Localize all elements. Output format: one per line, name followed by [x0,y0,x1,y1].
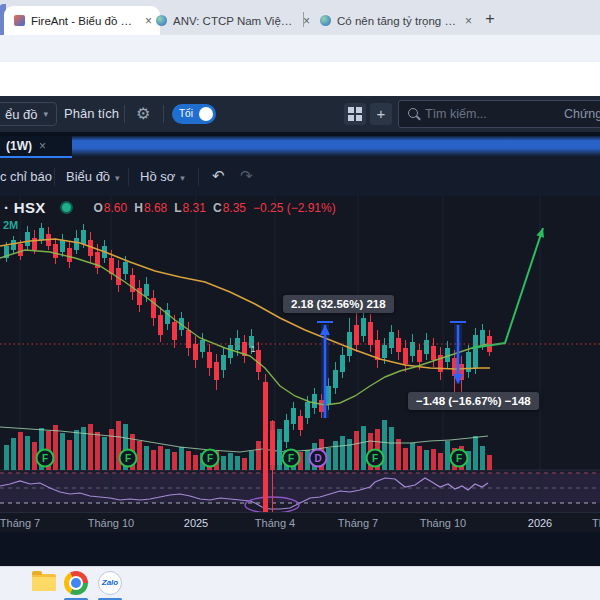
tab-favicon [156,15,167,26]
chart-tab-strip: (1W) × [0,136,600,158]
volume-value-label: 2M [3,219,18,231]
profile-menu[interactable]: Hồ sơ▾ [140,169,185,184]
browser-tab-3[interactable]: Có nên tăng tỷ trọng DGC, DP× [310,6,480,35]
price-chart-svg[interactable]: FFFFDFF1 [0,196,600,512]
toolbar-divider [124,105,125,123]
tab-title: FireAnt - Biểu đồ dạng TAB [31,15,137,27]
zalo-icon[interactable]: Zalo [98,571,122,595]
indicators-button[interactable]: c chỉ báo [0,169,52,184]
search-placeholder: Tìm kiếm... [425,107,487,121]
tab-favicon [320,15,331,26]
analyze-menu[interactable]: Phân tích [64,106,119,121]
chart-toolbar: c chỉ báo Biểu đồ▾ Hồ sơ▾ ↶ ↷ [0,158,600,197]
axis-label: Tháng 7 [0,517,40,529]
axis-label: Tháng 4 [255,517,295,529]
close-icon[interactable]: × [39,139,46,153]
chart-tab-label: (1W) [6,139,32,153]
toolbar-divider [54,168,55,186]
axis-label: Tháng 7 [338,517,378,529]
chart-area[interactable]: FFFFDFF1 · HSX O8.60 H8.68 L8.31 C8.35 −… [0,196,600,532]
high-label: H [134,201,143,215]
layout-dropdown[interactable]: ểu đồ ▾ [0,102,57,126]
high-value: 8.68 [144,201,167,215]
grid-icon [348,107,362,121]
search-category-label: Chứng [564,107,600,121]
browser-address-bar[interactable] [0,35,600,62]
chart-tab-1w[interactable]: (1W) × [0,136,72,158]
time-axis[interactable]: Tháng 7Tháng 102025Tháng 4Tháng 7Tháng 1… [0,512,600,533]
browser-tab-2[interactable]: ANV: CTCP Nam Việt - NAVICO× [146,6,318,35]
toolbar-divider [163,105,164,123]
toolbar-divider [128,168,129,186]
file-explorer-icon[interactable] [32,574,56,591]
svg-text:F: F [288,453,294,464]
search-icon [408,108,418,118]
add-panel-button[interactable]: + [370,103,392,125]
dark-mode-toggle[interactable]: Tối [172,104,216,124]
svg-text:F: F [42,453,48,464]
undo-button[interactable]: ↶ [212,167,225,185]
tab-title: ANV: CTCP Nam Việt - NAVICO [173,15,295,27]
measure-up-tooltip: 2.18 (32.56%) 218 [283,295,394,313]
svg-text:1: 1 [250,344,255,354]
market-status-icon [60,201,73,214]
close-icon[interactable]: × [463,14,472,28]
svg-text:F: F [456,453,462,464]
measure-down-tooltip: −1.48 (−16.67%) −148 [408,392,539,410]
chevron-down-icon: ▾ [44,109,49,119]
gear-icon[interactable]: ⚙ [136,104,150,123]
tab-title: Có nên tăng tỷ trọng DGC, DP [337,15,457,27]
tab-favicon [14,15,25,26]
search-input[interactable]: Tìm kiếm... Chứng [398,100,600,128]
axis-label: 2025 [184,517,208,529]
tab-divider [303,12,304,27]
close-value: 8.35 [223,201,246,215]
low-value: 8.31 [183,201,206,215]
redo-button[interactable]: ↷ [240,167,253,185]
chevron-down-icon: ▾ [175,173,185,183]
exchange-label: · HSX [4,199,46,216]
browser-tab-1[interactable]: FireAnt - Biểu đồ dạng TAB× [4,6,160,35]
svg-text:F: F [125,453,131,464]
chart-type-menu[interactable]: Biểu đồ▾ [66,169,120,184]
axis-label: Th [592,517,600,529]
axis-label: Tháng 10 [420,517,466,529]
axis-label: 2026 [528,517,552,529]
chrome-icon[interactable] [64,571,88,595]
layout-grid-button[interactable] [344,103,366,125]
change-value: −0.25 (−2.91%) [253,201,336,215]
svg-text:D: D [314,453,321,464]
chevron-down-icon: ▾ [110,173,120,183]
open-value: 8.60 [104,201,127,215]
page-top-whitespace [0,62,600,96]
close-label: C [213,201,222,215]
page-bottom-gap [0,532,600,566]
low-label: L [174,201,181,215]
svg-text:F: F [207,453,213,464]
layout-dropdown-label: ểu đồ [5,107,38,122]
symbol-info-bar: · HSX O8.60 H8.68 L8.31 C8.35 −0.25 (−2.… [4,199,336,216]
axis-label: Tháng 10 [88,517,134,529]
toolbar-divider [198,168,199,186]
new-tab-button[interactable]: + [478,8,502,32]
fireant-toolbar: ểu đồ ▾ Phân tích ⚙ Tối + Tìm kiếm... Ch… [0,96,600,132]
windows-taskbar: Zalo [0,566,600,600]
svg-text:F: F [372,453,378,464]
browser-tab-strip: FireAnt - Biểu đồ dạng TAB×ANV: CTCP Nam… [0,0,600,35]
screen: FireAnt - Biểu đồ dạng TAB×ANV: CTCP Nam… [0,0,600,600]
open-label: O [94,201,103,215]
dark-mode-label: Tối [179,108,193,119]
toggle-knob [199,107,213,121]
